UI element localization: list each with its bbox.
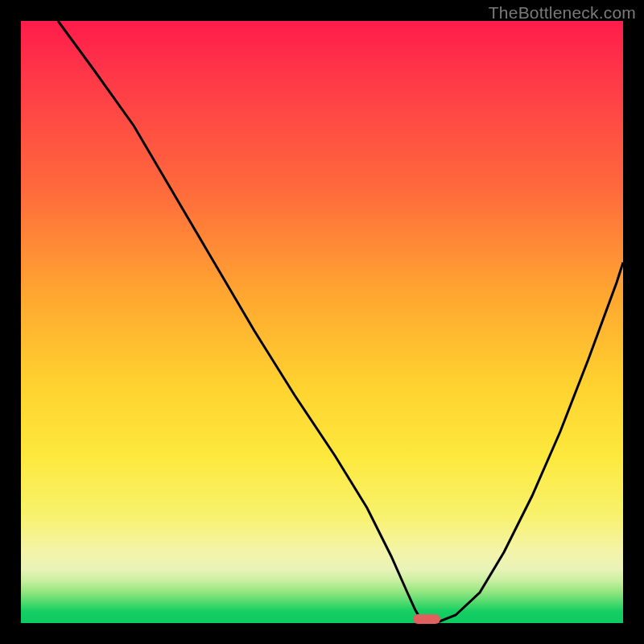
watermark-text: TheBottleneck.com bbox=[489, 3, 636, 23]
chart-frame: TheBottleneck.com bbox=[0, 0, 644, 644]
curve-svg bbox=[21, 21, 623, 623]
optimal-marker bbox=[413, 614, 440, 624]
plot-area bbox=[21, 21, 623, 623]
bottleneck-curve bbox=[58, 21, 623, 621]
